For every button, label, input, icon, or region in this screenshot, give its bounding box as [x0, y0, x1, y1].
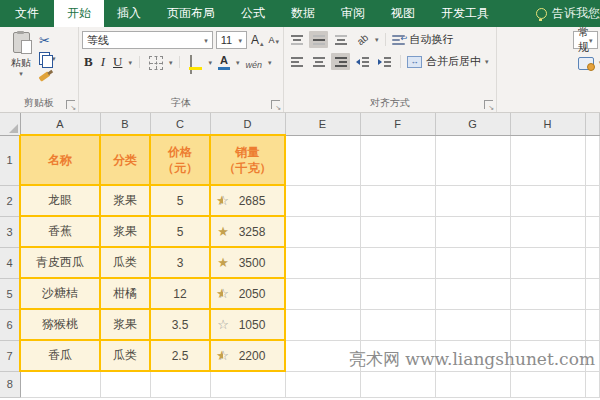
cell[interactable]: [585, 371, 599, 397]
align-bottom-button[interactable]: [331, 31, 350, 48]
column-header-e[interactable]: E: [285, 113, 360, 135]
cell-price[interactable]: 5: [150, 185, 210, 216]
row-header-4[interactable]: 4: [0, 247, 20, 278]
cell[interactable]: [585, 247, 599, 278]
tab-insert[interactable]: 插入: [104, 0, 154, 27]
paste-button[interactable]: 粘贴 ▾: [3, 31, 39, 96]
tell-me-box[interactable]: 告诉我您: [528, 0, 600, 27]
cell-sales[interactable]: 2050: [210, 278, 285, 309]
merge-center-button[interactable]: ↔ 合并后居中 ▾: [407, 54, 489, 69]
cell-category[interactable]: 瓜类: [100, 340, 150, 371]
cell[interactable]: [150, 371, 210, 397]
align-middle-button[interactable]: [309, 31, 328, 48]
cell-name[interactable]: 猕猴桃: [20, 309, 100, 340]
borders-caret-icon[interactable]: ▾: [169, 59, 173, 66]
row-header-6[interactable]: 6: [0, 309, 20, 340]
italic-button[interactable]: I: [99, 54, 107, 70]
cell-price[interactable]: 5: [150, 216, 210, 247]
cell-price[interactable]: 12: [150, 278, 210, 309]
cell-name[interactable]: 龙眼: [20, 185, 100, 216]
table-header-category[interactable]: 分类: [100, 135, 150, 185]
row-header-5[interactable]: 5: [0, 278, 20, 309]
cell-category[interactable]: 浆果: [100, 216, 150, 247]
underline-caret-icon[interactable]: ▾: [128, 59, 132, 66]
table-header-price[interactable]: 价格 （元）: [150, 135, 210, 185]
underline-button[interactable]: U: [111, 54, 124, 70]
column-header-partial[interactable]: [585, 113, 599, 135]
cell-name[interactable]: 香瓜: [20, 340, 100, 371]
cell-sales[interactable]: 2685: [210, 185, 285, 216]
cell-sales[interactable]: 3500: [210, 247, 285, 278]
cell[interactable]: [585, 309, 599, 340]
align-left-button[interactable]: [287, 53, 306, 70]
cell[interactable]: [435, 216, 510, 247]
cell[interactable]: [100, 371, 150, 397]
paste-dropdown-caret-icon[interactable]: ▾: [19, 70, 23, 77]
cell[interactable]: [360, 278, 435, 309]
bold-button[interactable]: B: [82, 54, 95, 70]
format-painter-button[interactable]: [39, 69, 56, 84]
tab-data[interactable]: 数据: [278, 0, 328, 27]
cell-category[interactable]: 浆果: [100, 309, 150, 340]
cell[interactable]: [585, 216, 599, 247]
tab-view[interactable]: 视图: [378, 0, 428, 27]
cell[interactable]: [435, 278, 510, 309]
column-header-b[interactable]: B: [100, 113, 150, 135]
borders-button[interactable]: [147, 54, 165, 70]
font-dialog-launcher-icon[interactable]: [271, 100, 280, 109]
cell[interactable]: [510, 278, 585, 309]
increase-indent-button[interactable]: [375, 53, 394, 70]
tab-home[interactable]: 开始: [54, 0, 104, 27]
accounting-format-button[interactable]: [576, 54, 596, 70]
cell[interactable]: [360, 371, 435, 397]
cell[interactable]: [585, 340, 599, 371]
decrease-font-size-button[interactable]: A▾: [267, 35, 280, 45]
row-header-2[interactable]: 2: [0, 185, 20, 216]
cell[interactable]: [210, 371, 285, 397]
font-color-caret-icon[interactable]: ▾: [236, 59, 240, 66]
cell-sales[interactable]: 2200: [210, 340, 285, 371]
cell-price[interactable]: 2.5: [150, 340, 210, 371]
table-header-sales[interactable]: 销量 （千克）: [210, 135, 285, 185]
cell-name[interactable]: 香蕉: [20, 216, 100, 247]
increase-font-size-button[interactable]: A▴: [250, 33, 265, 47]
orientation-button[interactable]: ab: [353, 31, 372, 48]
cell[interactable]: [510, 185, 585, 216]
decrease-indent-button[interactable]: [353, 53, 372, 70]
cell[interactable]: [285, 309, 360, 340]
column-header-h[interactable]: H: [510, 113, 585, 135]
row-header-3[interactable]: 3: [0, 216, 20, 247]
cell-sales[interactable]: 1050: [210, 309, 285, 340]
cell-name[interactable]: 青皮西瓜: [20, 247, 100, 278]
merge-center-caret-icon[interactable]: ▾: [485, 58, 489, 65]
font-name-select[interactable]: 等线 ▾: [82, 31, 213, 49]
alignment-dialog-launcher-icon[interactable]: [484, 100, 493, 109]
align-right-button[interactable]: [331, 53, 350, 70]
cell-name[interactable]: 沙糖桔: [20, 278, 100, 309]
orientation-caret-icon[interactable]: ▾: [375, 36, 379, 43]
cell[interactable]: [585, 135, 599, 185]
phonetic-guide-button[interactable]: wén: [243, 54, 264, 70]
cell[interactable]: [435, 371, 510, 397]
fill-color-caret-icon[interactable]: ▾: [208, 59, 212, 66]
clipboard-dialog-launcher-icon[interactable]: [66, 100, 75, 109]
cell[interactable]: [285, 216, 360, 247]
cell[interactable]: [360, 247, 435, 278]
wrap-text-button[interactable]: 自动换行: [392, 32, 454, 47]
cell[interactable]: [285, 371, 360, 397]
cell[interactable]: [360, 309, 435, 340]
cell[interactable]: [510, 216, 585, 247]
cell-category[interactable]: 柑橘: [100, 278, 150, 309]
cell[interactable]: [285, 278, 360, 309]
cell[interactable]: [585, 185, 599, 216]
cell[interactable]: [360, 340, 435, 371]
cell-category[interactable]: 浆果: [100, 185, 150, 216]
column-header-a[interactable]: A: [20, 113, 100, 135]
column-header-d[interactable]: D: [210, 113, 285, 135]
cell[interactable]: [510, 309, 585, 340]
tab-page-layout[interactable]: 页面布局: [154, 0, 228, 27]
select-all-corner[interactable]: [0, 113, 20, 135]
cell[interactable]: [510, 340, 585, 371]
cell[interactable]: [20, 371, 100, 397]
cut-button[interactable]: ✂: [39, 33, 56, 48]
